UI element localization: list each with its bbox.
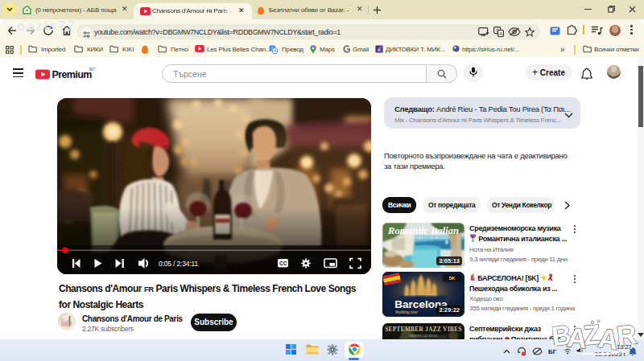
svg-text:Romantic Italian: Romantic Italian <box>387 225 459 236</box>
svg-text:Premium: Premium <box>52 69 93 80</box>
svg-text:SMOOTH JAZZ MUSIC: SMOOTH JAZZ MUSIC <box>409 334 438 338</box>
svg-text:0:05 / 2:34:11: 0:05 / 2:34:11 <box>159 260 199 268</box>
svg-text:Walking tour: Walking tour <box>395 310 419 314</box>
svg-text:THE MOST ROMANTIC ITALIAN MUSI: THE MOST ROMANTIC ITALIAN MUSIC <box>398 236 450 240</box>
svg-text:5K: 5K <box>449 276 456 281</box>
svg-text:CC: CC <box>279 260 287 266</box>
svg-text:SEPTEMBER JAZZ VIBES: SEPTEMBER JAZZ VIBES <box>385 326 462 333</box>
svg-text:A: A <box>499 31 502 36</box>
svg-text:R: R <box>615 318 638 351</box>
